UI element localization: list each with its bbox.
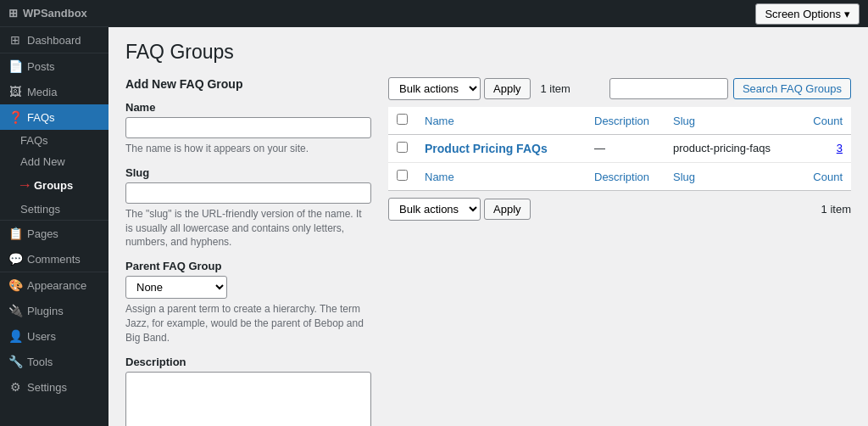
- description-label: Description: [125, 356, 371, 368]
- sidebar-sub-faqs-settings[interactable]: Settings: [0, 199, 108, 220]
- sidebar-item-label: FAQs: [27, 111, 55, 124]
- search-input[interactable]: [609, 78, 728, 99]
- name-footer-col[interactable]: Name: [416, 163, 586, 191]
- parent-field: Parent FAQ Group None Assign a parent te…: [125, 260, 371, 345]
- row-slug-cell: product-pricing-faqs: [665, 135, 800, 163]
- slug-hint: The "slug" is the URL-friendly version o…: [125, 207, 371, 249]
- sidebar-item-label: Pages: [27, 227, 58, 240]
- name-input[interactable]: [125, 117, 371, 138]
- slug-input[interactable]: [125, 182, 371, 204]
- count-column-header[interactable]: Count: [800, 107, 851, 135]
- sidebar-item-label: Dashboard: [27, 34, 81, 47]
- sidebar-item-settings[interactable]: ⚙ Settings: [0, 374, 108, 400]
- row-name-link[interactable]: Product Pricing FAQs: [425, 142, 548, 155]
- posts-icon: 📄: [8, 59, 22, 73]
- name-hint: The name is how it appears on your site.: [125, 142, 371, 156]
- parent-label: Parent FAQ Group: [125, 260, 371, 272]
- slug-field: Slug The "slug" is the URL-friendly vers…: [125, 166, 371, 249]
- checkbox-column-header: [388, 107, 416, 135]
- slug-footer-col[interactable]: Slug: [665, 163, 800, 191]
- description-textarea[interactable]: [125, 372, 371, 426]
- tools-icon: 🔧: [8, 355, 22, 368]
- row-count-link[interactable]: 3: [837, 142, 843, 154]
- name-column-header[interactable]: Name: [416, 107, 586, 135]
- add-faq-group-form: Add New FAQ Group Name The name is how i…: [125, 77, 371, 426]
- sidebar-item-label: Users: [27, 330, 56, 343]
- name-label: Name: [125, 101, 371, 114]
- sidebar-item-label: Tools: [27, 356, 53, 368]
- sidebar: ⊞ WPSandbox ⊞ Dashboard 📄 Posts 🖼 Media …: [0, 0, 108, 426]
- form-section-title: Add New FAQ Group: [125, 77, 371, 91]
- faq-groups-table-panel: Bulk actions Apply 1 item Search FAQ Gro…: [388, 77, 851, 221]
- toolbar-right: Search FAQ Groups: [609, 78, 851, 99]
- row-checkbox[interactable]: [397, 142, 408, 153]
- sidebar-item-plugins[interactable]: 🔌 Plugins: [0, 298, 108, 323]
- table-row: Product Pricing FAQs — product-pricing-f…: [388, 135, 851, 163]
- sidebar-item-label: Posts: [27, 60, 55, 73]
- sidebar-item-faqs[interactable]: ❓ FAQs: [0, 104, 108, 130]
- arrow-indicator: →: [17, 177, 32, 194]
- top-table-toolbar: Bulk actions Apply 1 item Search FAQ Gro…: [388, 77, 851, 100]
- select-all-footer-checkbox[interactable]: [397, 170, 408, 181]
- faq-groups-table: Name Description Slug Count: [388, 107, 851, 191]
- appearance-icon: 🎨: [8, 278, 22, 292]
- row-count-cell: 3: [800, 135, 851, 163]
- description-field: Description The description is not promi…: [125, 356, 371, 426]
- dashboard-icon: ⊞: [8, 33, 22, 47]
- users-icon: 👤: [8, 329, 22, 343]
- sidebar-item-comments[interactable]: 💬 Comments: [0, 246, 108, 272]
- name-field: Name The name is how it appears on your …: [125, 101, 371, 156]
- sidebar-item-dashboard[interactable]: ⊞ Dashboard: [0, 27, 108, 53]
- description-column-header[interactable]: Description: [586, 107, 665, 135]
- site-name: WPSandbox: [23, 7, 87, 20]
- item-count-bottom: 1 item: [821, 203, 851, 216]
- screen-options-button[interactable]: Screen Options ▾: [755, 3, 860, 25]
- bottom-toolbar-left: Bulk actions Apply: [388, 198, 531, 221]
- sidebar-sub-faqs-add[interactable]: Add New: [0, 151, 108, 172]
- page-title: FAQ Groups: [125, 41, 851, 64]
- apply-button-bottom[interactable]: Apply: [484, 199, 531, 220]
- sidebar-sub-faqs-groups[interactable]: → Groups: [0, 172, 108, 199]
- checkbox-footer-col: [388, 163, 416, 191]
- settings-icon: ⚙: [8, 380, 22, 394]
- parent-hint: Assign a parent term to create a hierarc…: [125, 302, 371, 345]
- site-header[interactable]: ⊞ WPSandbox: [0, 0, 108, 27]
- row-name-cell: Product Pricing FAQs: [416, 135, 586, 163]
- slug-label: Slug: [125, 166, 371, 179]
- row-checkbox-cell: [388, 135, 416, 163]
- sidebar-item-users[interactable]: 👤 Users: [0, 323, 108, 349]
- description-footer-col[interactable]: Description: [586, 163, 665, 191]
- slug-column-header[interactable]: Slug: [665, 107, 800, 135]
- faqs-icon: ❓: [8, 110, 22, 124]
- chevron-down-icon: ▾: [844, 8, 850, 20]
- row-description-cell: —: [586, 135, 665, 163]
- main-content: Screen Options ▾ FAQ Groups Add New FAQ …: [108, 0, 868, 426]
- apply-button-top[interactable]: Apply: [484, 78, 531, 99]
- wp-icon: ⊞: [8, 7, 18, 20]
- count-footer-col[interactable]: Count: [800, 163, 851, 191]
- sidebar-item-posts[interactable]: 📄 Posts: [0, 53, 108, 79]
- bottom-table-toolbar: Bulk actions Apply 1 item: [388, 198, 851, 221]
- sidebar-item-tools[interactable]: 🔧 Tools: [0, 349, 108, 374]
- bulk-actions-select-bottom[interactable]: Bulk actions: [388, 198, 481, 221]
- bulk-actions-select-top[interactable]: Bulk actions: [388, 77, 481, 100]
- media-icon: 🖼: [8, 85, 22, 98]
- sidebar-item-label: Appearance: [27, 279, 86, 292]
- sidebar-sub-faqs-list[interactable]: FAQs: [0, 130, 108, 151]
- search-faq-groups-button[interactable]: Search FAQ Groups: [733, 78, 851, 99]
- sidebar-item-pages[interactable]: 📋 Pages: [0, 221, 108, 246]
- sidebar-item-label: Plugins: [27, 305, 64, 317]
- sidebar-item-label: Comments: [27, 253, 81, 266]
- comments-icon: 💬: [8, 252, 22, 266]
- pages-icon: 📋: [8, 227, 22, 240]
- parent-select[interactable]: None: [125, 276, 227, 299]
- sidebar-item-appearance[interactable]: 🎨 Appearance: [0, 272, 108, 298]
- select-all-checkbox[interactable]: [397, 114, 408, 125]
- toolbar-left: Bulk actions Apply 1 item: [388, 77, 570, 100]
- sidebar-item-label: Media: [27, 86, 57, 98]
- sidebar-item-media[interactable]: 🖼 Media: [0, 79, 108, 104]
- plugins-icon: 🔌: [8, 304, 22, 317]
- sidebar-item-label: Settings: [27, 381, 67, 394]
- item-count-top: 1 item: [541, 82, 570, 95]
- top-bar: Screen Options ▾: [108, 0, 868, 27]
